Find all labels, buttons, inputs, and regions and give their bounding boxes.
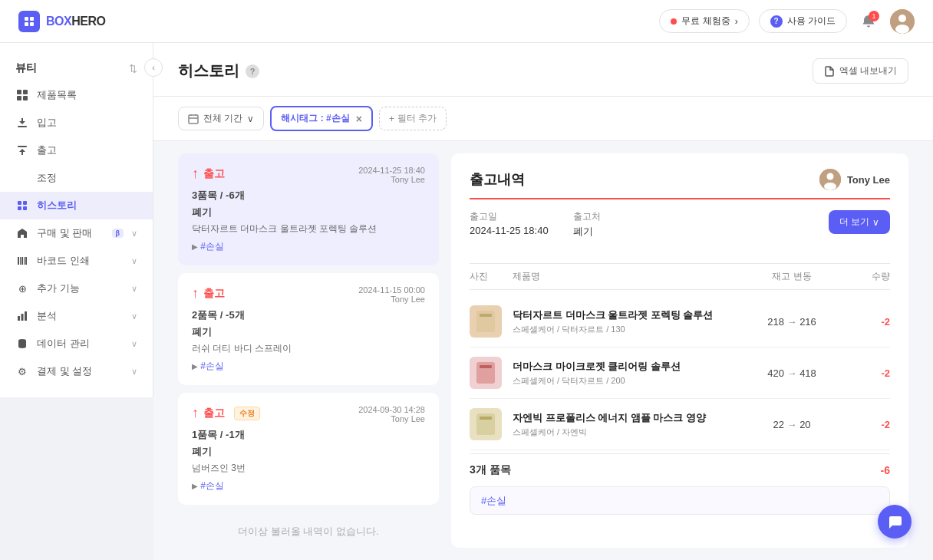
logo: BOXHERO (18, 11, 105, 32)
sidebar-item-export[interactable]: 출고 (0, 137, 153, 164)
type-label: 출고 (203, 167, 225, 181)
history-date: 2024-11-25 18:40 (358, 166, 425, 175)
detail-footer: 3개 품목 -6 (470, 453, 890, 477)
up-arrow-icon: ↑ (192, 405, 199, 421)
sidebar-item-label: 출고 (37, 143, 137, 157)
page-title-text: 히스토리 (178, 61, 239, 81)
stock-from: 420 (767, 367, 784, 379)
sidebar-item-import[interactable]: 입고 (0, 109, 153, 137)
footer-total: -6 (881, 464, 890, 476)
stock-from: 22 (773, 419, 783, 430)
history-item-desc: 러쉬 더티 바디 스프레이 (192, 342, 407, 355)
history-item[interactable]: ↑ 출고 2024-11-15 00:00 Tony Lee 2품목 / -5개… (178, 273, 439, 385)
up-arrow-icon: ↑ (192, 285, 199, 301)
history-item-detail: 2품목 / -5개 (192, 308, 425, 322)
chevron-down-icon: ∨ (131, 339, 137, 349)
adjust-icon (15, 171, 29, 185)
detail-divider (470, 198, 890, 199)
stock-to: 20 (799, 419, 810, 430)
detail-user: Tony Lee (819, 169, 890, 190)
trial-label: 무료 체험중 (681, 15, 730, 28)
svg-rect-10 (23, 96, 28, 100)
help-icon[interactable]: ? (246, 64, 259, 78)
svg-rect-31 (480, 314, 492, 317)
plus-icon: + (389, 114, 394, 124)
chat-button[interactable] (878, 505, 912, 539)
date-label: 출고일 (470, 210, 549, 223)
quantity: -2 (844, 367, 890, 379)
svg-rect-22 (18, 316, 20, 321)
barcode-icon (15, 254, 29, 268)
user-avatar[interactable] (890, 9, 915, 34)
svg-rect-19 (21, 257, 23, 265)
extra-icon: ⊕ (15, 282, 29, 295)
history-icon (15, 199, 29, 212)
stock-change: 420 → 418 (746, 367, 838, 379)
col-qty: 수량 (844, 270, 890, 283)
date-value: 2024-11-25 18:40 (470, 225, 549, 236)
history-item[interactable]: ↑ 출고 2024-11-25 18:40 Tony Lee 3품목 / -6개… (178, 153, 439, 265)
sidebar-item-label: 바코드 인쇄 (37, 254, 124, 268)
history-item-tag: ▶ #손실 (192, 240, 425, 253)
product-name: 닥터자르트 더마스크 울트라젯 포렉팅 솔루션 (513, 308, 740, 322)
history-date: 2024-11-15 00:00 (358, 285, 425, 295)
history-user: Tony Lee (358, 414, 425, 423)
chevron-down-icon: ∨ (131, 367, 137, 377)
sidebar-item-label: 입고 (37, 116, 137, 130)
sidebar-item-adjust[interactable]: 조정 (0, 164, 153, 192)
split-view: ↑ 출고 2024-11-25 18:40 Tony Lee 3품목 / -6개… (153, 141, 933, 560)
svg-rect-9 (17, 96, 21, 100)
sort-icon[interactable]: ⇅ (129, 63, 137, 74)
sidebar-item-extra[interactable]: ⊕ 추가 기능 ∨ (0, 275, 153, 302)
svg-rect-33 (480, 365, 492, 368)
svg-point-29 (824, 183, 836, 190)
more-button[interactable]: 더 보기 ∨ (829, 210, 890, 234)
logo-text: BOXHERO (46, 15, 105, 28)
sidebar-item-barcode[interactable]: 바코드 인쇄 ∨ (0, 247, 153, 275)
product-thumbnail (470, 305, 502, 338)
sidebar-item-sales[interactable]: 구매 및 판매 β ∨ (0, 219, 153, 247)
tag-input[interactable] (470, 486, 890, 515)
question-icon: ? (770, 15, 783, 28)
product-sub: 스페셀케어 / 닥터자르트 / 130 (513, 324, 740, 335)
hashtag-filter[interactable]: 해시태그 : #손실 × (270, 106, 373, 131)
trial-button[interactable]: 무료 체험중 › (659, 9, 749, 33)
history-list: ↑ 출고 2024-11-25 18:40 Tony Lee 3품목 / -6개… (178, 153, 439, 548)
tag-arrow-icon: ▶ (192, 242, 198, 251)
history-item[interactable]: ↑ 출고 수정 2024-09-30 14:28 Tony Lee 1품목 / … (178, 393, 439, 505)
guide-button[interactable]: ? 사용 가이드 (759, 9, 847, 33)
product-info: 닥터자르트 더마스크 울트라젯 포렉팅 솔루션 스페셀케어 / 닥터자르트 / … (513, 308, 740, 335)
col-name: 제품명 (513, 270, 740, 283)
sidebar-item-products[interactable]: 제품목록 (0, 81, 153, 109)
history-user: Tony Lee (358, 295, 425, 304)
trial-dot (671, 18, 677, 25)
date-filter-label: 전체 기간 (203, 112, 242, 125)
sidebar-item-history[interactable]: 히스토리 (0, 192, 153, 219)
quantity: -2 (844, 419, 890, 430)
data-icon (15, 337, 29, 351)
tag-arrow-icon: ▶ (192, 482, 198, 490)
date-filter-button[interactable]: 전체 기간 ∨ (178, 107, 264, 130)
sidebar-item-analytics[interactable]: 분석 ∨ (0, 302, 153, 330)
type-label: 출고 (203, 287, 225, 301)
product-sub: 스페셀케어 / 닥터자르트 / 200 (513, 375, 740, 387)
chevron-down-icon: ∨ (131, 256, 137, 266)
detail-info: 출고일 2024-11-25 18:40 출고처 폐기 (470, 210, 601, 239)
product-row: 더마스크 마이크로젯 클리어링 솔루션 스페셀케어 / 닥터자르트 / 200 … (470, 348, 890, 399)
svg-rect-12 (18, 146, 27, 147)
detail-user-avatar (819, 169, 841, 190)
content-header: 히스토리 ? 엑셀 내보내기 (153, 43, 933, 97)
notification-button[interactable]: 1 (856, 9, 881, 34)
logo-icon (18, 11, 40, 32)
svg-rect-11 (18, 126, 27, 127)
product-row: 자엔빅 프로폴리스 에너지 앰플 마스크 영양 스페셀케어 / 자엔빅 22 →… (470, 399, 890, 450)
sidebar-item-data[interactable]: 데이터 관리 ∨ (0, 330, 153, 357)
excel-export-button[interactable]: 엑셀 내보내기 (813, 58, 908, 84)
sidebar-collapse-button[interactable]: ‹ (144, 58, 163, 77)
arrow-icon: → (787, 316, 800, 328)
sidebar-item-settings[interactable]: ⚙ 결제 및 설정 ∨ (0, 357, 153, 385)
hashtag-filter-close[interactable]: × (356, 113, 362, 125)
add-filter-button[interactable]: + 필터 추가 (379, 107, 447, 130)
sidebar-item-label: 히스토리 (37, 199, 137, 212)
detail-header: 출고내역 Tony Lee (470, 169, 890, 190)
